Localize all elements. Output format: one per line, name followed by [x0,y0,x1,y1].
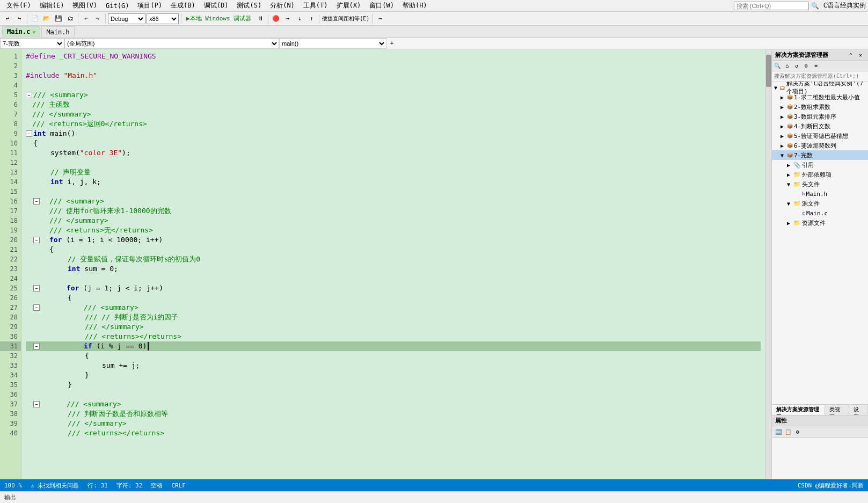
ln-5[interactable]: 5 [0,90,21,100]
menu-test[interactable]: 测试(S) [232,0,266,11]
tab-class-view[interactable]: 类视图 [825,405,849,415]
tree-expand-ext[interactable]: ▶ [787,172,792,178]
sol-exp-search-btn[interactable]: 🔍 [773,62,782,70]
tree-main-h[interactable]: h Main.h [772,189,868,199]
sol-exp-refresh-btn[interactable]: ↺ [792,62,801,70]
tree-expand-3[interactable]: ▶ [781,114,786,120]
sol-exp-settings-btn[interactable]: ⚙ [802,62,811,70]
debug-mode-select[interactable]: Debug [108,13,145,24]
ln-6[interactable]: 6 [0,100,21,110]
ln-26[interactable]: 26 [0,293,21,303]
tree-item-2[interactable]: ▶ 📦 2-数组求累数 [772,102,868,112]
ln-40[interactable]: 40 [0,428,21,438]
menu-debug[interactable]: 调试(D) [200,0,233,11]
tree-expand-7[interactable]: ▼ [781,152,786,158]
tree-resources[interactable]: ▶ 📁 资源文件 [772,218,868,228]
props-btn-cat[interactable]: 📋 [784,428,792,436]
ln-11[interactable]: 11 [0,148,21,158]
context-select[interactable]: (全局范围) [64,38,279,49]
sol-exp-btn-collapse[interactable]: ⌃ [847,50,855,59]
tree-item-5[interactable]: ▶ 📦 5-验证哥德巴赫猜想 [772,131,868,141]
tree-root-expand[interactable]: ▼ [774,85,778,91]
toolbar-btn-open[interactable]: 📂 [41,13,52,24]
tree-ext-deps[interactable]: ▶ 📁 外部依赖项 [772,170,868,179]
ln-8[interactable]: 8 [0,119,21,129]
tree-root[interactable]: ▼ 🗂 解决方案'C语言经典实例'(7个项目) [772,83,868,92]
menu-help[interactable]: 帮助(H) [398,0,432,11]
sol-exp-home-btn[interactable]: ⌂ [783,62,791,70]
ln-22[interactable]: 22 [0,254,21,264]
ln-36[interactable]: 36 [0,390,21,399]
tree-item-7[interactable]: ▼ 📦 7-完数 [772,150,868,160]
ln-16[interactable]: 16 [0,196,21,206]
ln-3[interactable]: 3 [0,71,21,81]
toolbar-btn-undo[interactable]: ↩ [2,13,13,24]
ln-13[interactable]: 13 [0,167,21,177]
ln-9[interactable]: 9 [0,129,21,138]
ln-12[interactable]: 12 [0,158,21,167]
ln-35[interactable]: 35 [0,380,21,390]
fold-btn-31[interactable]: − [33,343,40,349]
ln-17[interactable]: 17 [0,206,21,216]
tree-expand-5[interactable]: ▶ [781,133,786,139]
ln-32[interactable]: 32 [0,351,21,361]
tree-expand-res[interactable]: ▶ [787,220,792,226]
tab-settings[interactable]: 设置 [849,405,868,415]
sol-exp-filter-btn[interactable]: ≡ [812,62,820,70]
ln-2[interactable]: 2 [0,61,21,71]
code-area[interactable]: #define _CRT_SECURE_NO_WARNINGS #include… [21,49,765,479]
sol-exp-btn-close[interactable]: ✕ [856,50,865,59]
menu-extensions[interactable]: 扩展(X) [332,0,366,11]
ln-34[interactable]: 34 [0,370,21,380]
tree-expand-sources[interactable]: ▼ [787,201,792,207]
tree-item-3[interactable]: ▶ 📦 3-数组元素排序 [772,112,868,121]
ln-18[interactable]: 18 [0,216,21,225]
ln-28[interactable]: 28 [0,312,21,322]
toolbar-btn-save-all[interactable]: 🗂 [65,13,76,24]
toolbar-btn-save[interactable]: 💾 [53,13,64,24]
tree-expand-4[interactable]: ▶ [781,123,786,129]
ln-27[interactable]: 27 [0,303,21,312]
tree-headers[interactable]: ▼ 📁 头文件 [772,179,868,189]
ln-23[interactable]: 23 [0,264,21,274]
tree-expand-2[interactable]: ▶ [781,104,786,110]
menu-file[interactable]: 文件(F) [2,0,35,11]
ln-21[interactable]: 21 [0,245,21,254]
ln-1[interactable]: 1 [0,52,21,61]
fold-btn-27[interactable]: − [33,304,40,311]
tree-sources[interactable]: ▼ 📁 源文件 [772,199,868,208]
ln-29[interactable]: 29 [0,322,21,332]
menu-analyze[interactable]: 分析(N) [266,0,299,11]
toolbar-btn-breakpoint[interactable]: 🔴 [271,13,281,24]
toolbar-btn-more[interactable]: ⋯ [375,13,385,24]
tree-expand-1[interactable]: ▶ [781,94,786,100]
fold-btn-5[interactable]: − [26,92,32,98]
tree-expand-6[interactable]: ▶ [781,143,786,149]
output-label[interactable]: 输出 [4,493,16,501]
menu-project[interactable]: 项目(P) [133,0,166,11]
toolbar-btn-new[interactable]: 📄 [30,13,40,24]
tree-expand-headers[interactable]: ▼ [787,181,792,187]
ln-38[interactable]: 38 [0,409,21,419]
ln-39[interactable]: 39 [0,419,21,428]
search-input[interactable] [734,2,809,10]
fold-btn-16[interactable]: − [33,198,40,205]
toolbar-btn-redo2[interactable]: ↷ [92,13,103,24]
ln-10[interactable]: 10 [0,138,21,148]
ln-4[interactable]: 4 [0,81,21,90]
menu-tools[interactable]: 工具(T) [299,0,332,11]
props-btn-more[interactable]: ⚙ [793,428,802,436]
ln-20[interactable]: 20 [0,235,21,245]
tree-refs[interactable]: ▶ 📎 引用 [772,160,868,170]
ln-14[interactable]: 14 [0,177,21,187]
tab-main-c-close[interactable]: ✕ [32,29,35,35]
tab-main-h[interactable]: Main.h [41,26,74,37]
toolbar-btn-step-into[interactable]: ↓ [294,13,305,24]
tree-expand-refs[interactable]: ▶ [787,162,792,168]
scope-select[interactable]: 7-完数 [0,38,64,49]
menu-build[interactable]: 生成(B) [166,0,200,11]
menu-view[interactable]: 视图(V) [68,0,101,11]
ln-19[interactable]: 19 [0,225,21,235]
ln-24[interactable]: 24 [0,274,21,283]
editor-scrollbar[interactable] [765,49,771,479]
